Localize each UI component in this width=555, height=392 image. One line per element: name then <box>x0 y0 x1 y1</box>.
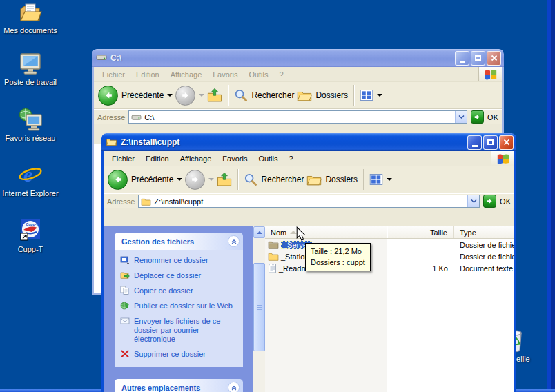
menu-affichage[interactable]: Affichage <box>175 155 217 163</box>
screen-edge-stripe <box>551 0 555 392</box>
maximize-button[interactable] <box>471 51 485 66</box>
go-button[interactable] <box>471 110 484 124</box>
views-button[interactable] <box>360 89 382 101</box>
open-folder-icon <box>106 137 117 148</box>
window-title: C:\ <box>110 53 121 63</box>
back-button[interactable]: Précédente <box>108 170 182 190</box>
forward-dropdown-caret <box>208 178 214 181</box>
menu-fichier[interactable]: Fichier <box>97 70 130 79</box>
back-icon <box>98 86 118 106</box>
address-dropdown-button[interactable] <box>467 195 479 207</box>
desktop: Mes documents Poste de travail <box>0 0 555 392</box>
maximize-button[interactable] <box>483 135 498 150</box>
minimize-button[interactable] <box>467 135 482 150</box>
address-input[interactable]: Z:\install\cuppt <box>138 195 480 208</box>
task-email-files[interactable]: Envoyer les fichiers de ce dossier par c… <box>120 317 240 344</box>
address-label: Adresse <box>97 113 125 121</box>
close-button[interactable] <box>487 51 501 66</box>
go-button[interactable] <box>483 195 496 208</box>
forward-button[interactable] <box>175 86 204 106</box>
folder-up-icon <box>217 172 232 187</box>
toolbar-separator <box>353 85 354 106</box>
views-icon <box>360 89 373 101</box>
desktop-icon-poste-de-travail[interactable]: Poste de travail <box>1 51 59 86</box>
file-row-readme[interactable]: _Readme 1 Ko Document texte <box>265 262 514 274</box>
desktop-icon-cupp-t[interactable]: Cupp-T Cupp-T <box>1 218 59 253</box>
desktop-icon-internet-explorer[interactable]: e Internet Explorer <box>1 162 59 197</box>
drive-icon <box>96 52 107 63</box>
menu-edition[interactable]: Edition <box>130 70 165 79</box>
svg-text:e: e <box>23 163 32 186</box>
window-title: Z:\install\cuppt <box>121 137 179 147</box>
svg-text:Cupp-T: Cupp-T <box>26 222 39 226</box>
move-folder-icon <box>120 271 130 280</box>
menu-help[interactable]: ? <box>284 155 299 163</box>
toolbar: Précédente <box>104 166 514 193</box>
folders-button[interactable]: Dossiers <box>297 88 348 102</box>
menu-edition[interactable]: Edition <box>140 155 175 163</box>
folder-icon <box>268 252 279 261</box>
desktop-icon-favoris-reseau[interactable]: Favoris réseau <box>1 107 59 142</box>
taskpane-scrollbar[interactable] <box>253 226 265 392</box>
menu-fichier[interactable]: Fichier <box>106 155 140 163</box>
internet-explorer-icon: e <box>1 162 59 187</box>
scroll-up-button[interactable] <box>253 226 265 238</box>
file-row-station[interactable]: _Station Dossier de fichiers <box>265 251 514 262</box>
window-titlebar[interactable]: C:\ <box>92 49 504 67</box>
up-button[interactable] <box>207 88 222 103</box>
task-move-folder[interactable]: Déplacer ce dossier <box>120 271 240 280</box>
collapse-chevron-icon[interactable] <box>228 235 240 247</box>
address-bar: Adresse Z:\install\cuppt OK <box>104 193 514 208</box>
address-input[interactable]: C:\ <box>128 110 467 124</box>
back-icon <box>108 170 128 190</box>
views-button[interactable] <box>369 173 392 186</box>
folder-icon <box>268 240 279 249</box>
desktop-icon-label: Mes documents <box>1 26 59 35</box>
desktop-icon-label: Internet Explorer <box>1 189 59 197</box>
up-button[interactable] <box>217 172 232 187</box>
desktop-icon-mes-documents[interactable]: Mes documents <box>1 2 59 35</box>
menu-outils[interactable]: Outils <box>243 70 273 79</box>
my-documents-icon <box>1 2 59 24</box>
task-rename-folder[interactable]: Renommer ce dossier <box>120 256 240 265</box>
views-icon <box>369 173 383 186</box>
taskpane-section-header[interactable]: Autres emplacements <box>115 379 243 392</box>
cupp-t-shortcut-icon: Cupp-T <box>1 218 59 243</box>
my-computer-icon <box>1 51 59 76</box>
forward-button[interactable] <box>185 170 214 190</box>
column-header-taille[interactable]: Taille <box>387 226 454 238</box>
column-header-nom[interactable]: Nom <box>265 226 387 238</box>
scrollbar-thumb[interactable] <box>253 263 265 351</box>
back-dropdown-caret[interactable] <box>167 94 173 97</box>
folder-icon <box>141 197 151 206</box>
search-button[interactable]: Rechercher <box>244 173 304 186</box>
task-publish-folder[interactable]: Publier ce dossier sur le Web <box>120 302 240 311</box>
close-button[interactable] <box>499 135 514 150</box>
collapse-chevron-icon[interactable] <box>228 382 240 392</box>
taskpane-section-header[interactable]: Gestion des fichiers <box>115 233 243 250</box>
back-button[interactable]: Précédente <box>98 86 173 106</box>
task-delete-folder[interactable]: Supprimer ce dossier <box>120 350 240 359</box>
minimize-button[interactable] <box>455 51 469 66</box>
file-list: Nom Taille Type <box>265 226 514 392</box>
address-dropdown-button[interactable] <box>455 111 467 123</box>
menu-favoris[interactable]: Favoris <box>217 155 253 163</box>
views-dropdown-caret[interactable] <box>387 178 392 181</box>
toolbar: Précédente <box>94 82 502 109</box>
menu-outils[interactable]: Outils <box>253 155 283 163</box>
column-header-type[interactable]: Type <box>454 226 514 238</box>
rename-folder-icon <box>120 255 130 264</box>
menu-affichage[interactable]: Affichage <box>165 70 208 79</box>
back-dropdown-caret[interactable] <box>177 178 182 181</box>
folders-button[interactable]: Dossiers <box>306 173 358 186</box>
search-button[interactable]: Rechercher <box>234 88 294 102</box>
menu-help[interactable]: ? <box>274 70 289 79</box>
menu-favoris[interactable]: Favoris <box>207 70 243 79</box>
copy-folder-icon <box>120 286 130 295</box>
address-value: C:\ <box>144 113 154 121</box>
task-copy-folder[interactable]: Copier ce dossier <box>120 286 240 295</box>
desktop-icon-label: Cupp-T <box>1 245 59 253</box>
window-titlebar[interactable]: Z:\install\cuppt <box>101 133 516 151</box>
views-dropdown-caret[interactable] <box>377 94 382 97</box>
tooltip-folders-line: Dossiers : cuppt <box>311 257 365 268</box>
